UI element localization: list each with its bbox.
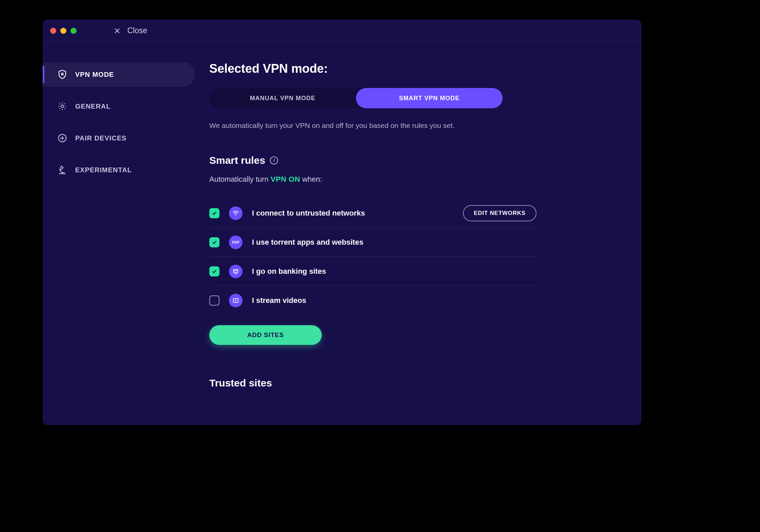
- wifi-icon: [229, 206, 242, 220]
- rule-label: I stream videos: [252, 296, 536, 305]
- svg-point-3: [235, 215, 236, 216]
- close-icon: [113, 27, 121, 35]
- sidebar-item-label: EXPERIMENTAL: [75, 166, 132, 174]
- add-sites-button[interactable]: ADD SITES: [209, 325, 322, 345]
- smart-rules-subtitle: Automatically turn VPN ON when:: [209, 175, 618, 184]
- window-minimize-dot[interactable]: [60, 28, 66, 34]
- close-button[interactable]: Close: [113, 26, 147, 35]
- rule-checkbox[interactable]: [209, 266, 219, 276]
- mode-smart-option[interactable]: SMART VPN MODE: [356, 88, 503, 108]
- trusted-sites-heading: Trusted sites: [209, 377, 618, 389]
- sidebar-item-label: VPN MODE: [75, 71, 114, 79]
- svg-point-0: [61, 73, 63, 75]
- sidebar-item-experimental[interactable]: EXPERIMENTAL: [43, 158, 195, 182]
- close-label: Close: [127, 26, 147, 35]
- microscope-icon: [57, 164, 68, 175]
- sidebar: VPN MODE GENERAL PAIR DEVICES: [43, 42, 205, 425]
- rules-prefix: Automatically turn: [209, 175, 271, 183]
- rule-row-stream: I stream videos: [209, 286, 536, 315]
- sidebar-item-pair-devices[interactable]: PAIR DEVICES: [43, 126, 195, 150]
- mode-description: We automatically turn your VPN on and of…: [209, 120, 514, 130]
- edit-networks-button[interactable]: EDIT NETWORKS: [463, 205, 536, 221]
- gear-icon: [57, 101, 68, 112]
- rules-suffix: when:: [300, 175, 322, 183]
- vpn-mode-toggle: MANUAL VPN MODE SMART VPN MODE: [209, 88, 503, 108]
- window-zoom-dot[interactable]: [70, 28, 77, 34]
- svg-rect-4: [234, 269, 238, 272]
- shield-icon: [57, 69, 68, 80]
- sidebar-item-label: PAIR DEVICES: [75, 134, 127, 142]
- rule-row-untrusted-networks: I connect to untrusted networks EDIT NET…: [209, 199, 536, 228]
- content-area: Selected VPN mode: MANUAL VPN MODE SMART…: [205, 42, 641, 425]
- settings-window: Close VPN MODE GENERAL: [43, 20, 641, 425]
- rule-checkbox[interactable]: [209, 208, 219, 218]
- video-icon: [229, 294, 242, 307]
- sidebar-item-label: GENERAL: [75, 103, 111, 110]
- page-title: Selected VPN mode:: [209, 62, 618, 76]
- window-controls: [50, 28, 77, 34]
- rule-label: I use torrent apps and websites: [252, 238, 536, 247]
- rule-checkbox[interactable]: [209, 295, 219, 306]
- info-icon[interactable]: i: [270, 156, 278, 164]
- mode-manual-option[interactable]: MANUAL VPN MODE: [209, 88, 356, 108]
- rule-label: I go on banking sites: [252, 267, 536, 276]
- smart-rules-heading: Smart rules: [209, 155, 265, 166]
- bank-icon: [229, 265, 242, 278]
- rule-row-torrent: P2P I use torrent apps and websites: [209, 228, 536, 257]
- rules-highlight: VPN ON: [271, 175, 300, 183]
- titlebar: Close: [43, 20, 641, 42]
- plus-circle-icon: [57, 133, 68, 143]
- rule-checkbox[interactable]: [209, 237, 219, 247]
- p2p-icon: P2P: [229, 236, 242, 249]
- rule-label: I connect to untrusted networks: [252, 209, 453, 218]
- window-close-dot[interactable]: [50, 28, 56, 34]
- rule-row-banking: I go on banking sites: [209, 257, 536, 286]
- svg-point-1: [61, 105, 64, 108]
- rule-list: I connect to untrusted networks EDIT NET…: [209, 199, 536, 315]
- svg-rect-5: [234, 273, 237, 274]
- sidebar-item-general[interactable]: GENERAL: [43, 94, 195, 118]
- sidebar-item-vpn-mode[interactable]: VPN MODE: [43, 62, 195, 87]
